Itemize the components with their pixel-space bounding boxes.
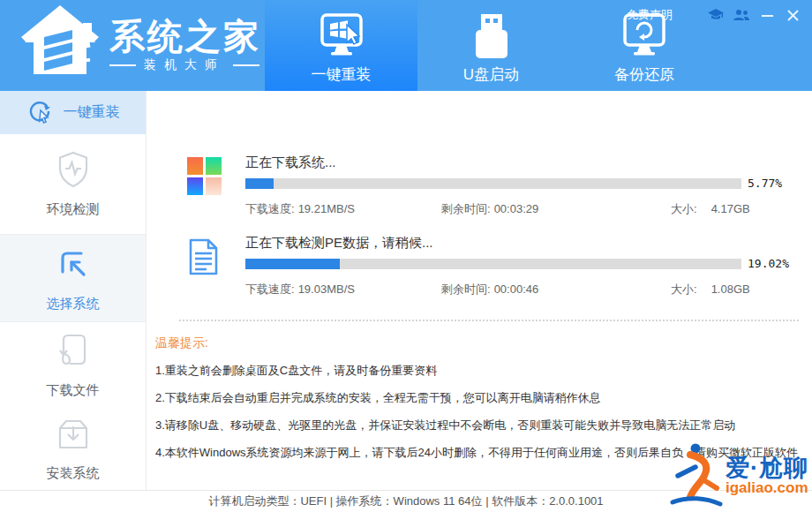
- header: 系统之家 装机大师: [0, 0, 812, 91]
- sidebar-item-install-system[interactable]: 安装系统: [0, 408, 146, 490]
- download-row-pe-data: 正在下载检测PE数据，请稍候... 19.02% 下载速度:19.03MB/S …: [187, 235, 812, 296]
- sidebar-item-label: 环境检测: [47, 201, 100, 218]
- time-remaining: 剩余时间:00:00:46: [441, 282, 538, 297]
- tab-label: 备份还原: [614, 64, 674, 85]
- sidebar-item-select-system[interactable]: 选择系统: [0, 234, 146, 322]
- app-logo: 系统之家 装机大师: [18, 4, 261, 85]
- logo-subtitle: 装机大师: [109, 57, 261, 73]
- watermark[interactable]: 爱·尬聊 igaliao.com: [669, 440, 808, 511]
- tab-label: 一键重装: [312, 64, 372, 85]
- sidebar-item-download-files[interactable]: 下载文件: [0, 322, 146, 408]
- runner-figure-icon: [669, 440, 724, 511]
- download-title: 正在下载系统...: [245, 154, 812, 177]
- tab-usb-boot[interactable]: U盘启动: [417, 0, 565, 91]
- download-speed: 下载速度:19.21MB/S: [245, 201, 355, 217]
- progress-percent: 19.02%: [748, 257, 789, 270]
- progress-fill: [245, 259, 340, 269]
- sidebar-item-label: 一键重装: [64, 103, 120, 122]
- window-controls: 免费声明: [627, 7, 801, 23]
- download-title: 正在下载检测PE数据，请稍候...: [245, 235, 812, 257]
- download-row-system: 正在下载系统... 5.77% 下载速度:19.21MB/S 剩余时间:00:0…: [187, 154, 812, 215]
- sidebar-item-label: 下载文件: [47, 382, 100, 399]
- sidebar: 一键重装 环境检测 选择系统: [0, 91, 147, 490]
- box-install-icon: [53, 416, 94, 456]
- sidebar-item-environment-check[interactable]: 环境检测: [0, 134, 146, 234]
- tip-item: 1.重装之前会删除桌面及C盘文件，请及时备份重要资料: [155, 363, 810, 379]
- download-speed: 下载速度:19.03MB/S: [245, 282, 355, 297]
- progress-bar: [245, 259, 741, 269]
- tab-one-key-reinstall[interactable]: 一键重装: [265, 0, 417, 91]
- time-remaining: 剩余时间:00:03:29: [441, 201, 538, 217]
- sidebar-item-label: 安装系统: [47, 465, 100, 482]
- file-download-icon: [55, 331, 92, 373]
- monitor-windows-cursor-icon: [315, 11, 368, 64]
- sidebar-item-label: 选择系统: [47, 296, 100, 312]
- house-logo-icon: [18, 4, 102, 85]
- tip-item: 3.请移除U盘、移动硬盘、光驱里的光盘，并保证安装过程中不会断电，否则重装可能失…: [155, 418, 810, 433]
- minimize-button[interactable]: [758, 8, 776, 22]
- file-size: 大小:1.08GB: [671, 282, 750, 297]
- select-cursor-icon: [54, 245, 93, 286]
- watermark-title: 爱·尬聊: [726, 456, 808, 480]
- tips-title: 温馨提示:: [155, 335, 810, 351]
- app-window: 系统之家 装机大师: [0, 0, 812, 512]
- progress-fill: [245, 178, 274, 189]
- progress-percent: 5.77%: [748, 177, 782, 190]
- watermark-url: igaliao.com: [726, 480, 808, 496]
- refresh-cursor-icon: [26, 98, 53, 128]
- windows-logo-icon: [187, 157, 222, 215]
- main-content: 正在下载系统... 5.77% 下载速度:19.21MB/S 剩余时间:00:0…: [147, 91, 812, 490]
- sidebar-item-one-key-reinstall[interactable]: 一键重装: [0, 91, 146, 134]
- file-size: 大小:4.17GB: [671, 201, 750, 217]
- tutorial-cap-icon[interactable]: [707, 8, 725, 22]
- dashed-divider: [179, 320, 799, 321]
- users-icon[interactable]: [733, 8, 750, 22]
- tab-label: U盘启动: [463, 64, 519, 85]
- tip-item: 2.下载结束后会自动重启并完成系统的安装，全程无需干预，您可以离开电脑请稍作休息: [155, 390, 810, 406]
- progress-bar: [245, 178, 741, 189]
- usb-drive-icon: [467, 11, 516, 64]
- disclaimer-link[interactable]: 免费声明: [627, 7, 673, 23]
- logo-title: 系统之家: [109, 16, 261, 56]
- status-text: 计算机启动类型：UEFI | 操作系统：Windows 11 64位 | 软件版…: [208, 493, 603, 509]
- shield-pulse-icon: [55, 150, 92, 192]
- document-icon: [187, 237, 222, 296]
- close-button[interactable]: [784, 8, 801, 22]
